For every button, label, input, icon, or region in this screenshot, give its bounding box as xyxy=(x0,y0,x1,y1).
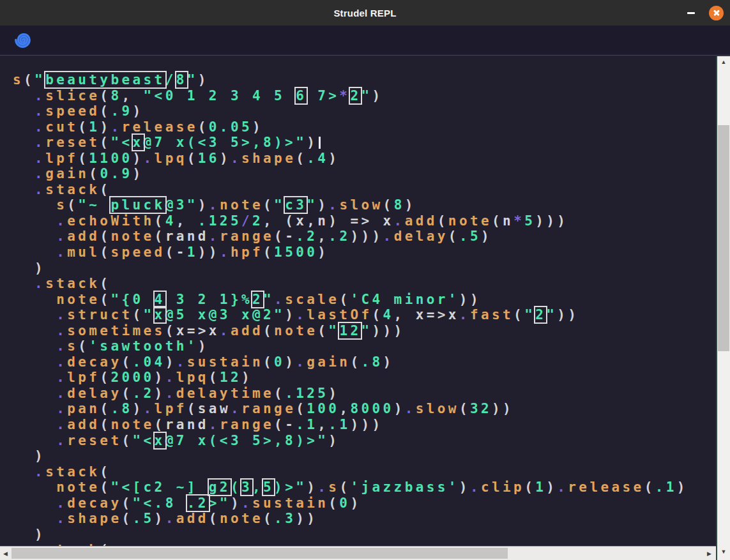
code-line[interactable]: ) xyxy=(13,448,716,464)
code-token: ( xyxy=(296,401,307,416)
code-line[interactable]: s("~ pluck@3").note("c3").slow(8) xyxy=(13,197,716,213)
code-token: s xyxy=(328,480,339,495)
strudel-logo-icon[interactable] xyxy=(13,31,32,49)
code-line[interactable]: .lpf(2000).lpq(12) xyxy=(13,370,716,386)
code-line[interactable]: .shape(.5).add(note(.3)) xyxy=(13,511,716,527)
vertical-scrollbar-thumb[interactable] xyxy=(718,125,729,351)
code-token: . xyxy=(231,151,241,166)
code-token: ) xyxy=(133,103,144,119)
code-token: ) xyxy=(328,151,339,166)
code-line[interactable]: .add(note(rand.range(-.2,.2))).delay(.5) xyxy=(13,229,716,245)
code-token: cut xyxy=(45,119,78,135)
code-token xyxy=(13,354,56,370)
code-token: .2 xyxy=(133,386,155,401)
code-line[interactable]: .add(note(rand.range(-.1,.1))) xyxy=(13,417,716,433)
close-icon xyxy=(709,6,724,20)
code-line[interactable]: ) xyxy=(13,261,716,276)
code-line[interactable]: .lpf(1100).lpq(16).shape(.4) xyxy=(13,151,716,167)
code-line[interactable]: .echoWith(4, .125/2, (x,n) => x.add(note… xyxy=(13,213,716,229)
close-button[interactable] xyxy=(709,6,724,20)
code-token: ( xyxy=(89,166,100,181)
code-token: ))) xyxy=(350,417,383,432)
code-line[interactable]: .slice(8, "<0 1 2 3 4 5 6 7>*2") xyxy=(13,88,716,104)
code-token: ( xyxy=(100,182,110,197)
code-line[interactable]: .mul(speed(-1)).hpf(1500) xyxy=(13,245,716,261)
code-token: " xyxy=(263,292,274,307)
code-token xyxy=(13,480,56,495)
active-event-highlight: x xyxy=(155,433,165,448)
code-token xyxy=(13,103,34,119)
code-token: ) xyxy=(198,197,209,213)
scroll-right-arrow-icon[interactable]: ▶ xyxy=(707,547,711,560)
title-bar[interactable]: Strudel REPL xyxy=(0,0,730,26)
code-line[interactable]: .stack( xyxy=(13,464,716,480)
code-line[interactable]: .sometimes(x=>x.add(note("12"))) xyxy=(13,323,716,339)
code-token: ( xyxy=(350,354,361,370)
code-token: add xyxy=(405,213,437,229)
code-token: . xyxy=(317,480,328,495)
code-line[interactable]: .reset("<x@7 x(<3 5>,8)>") xyxy=(13,433,716,449)
scroll-down-arrow-icon[interactable]: ▼ xyxy=(717,549,730,555)
code-token xyxy=(13,307,56,322)
code-token: . xyxy=(56,245,67,260)
code-token: ( xyxy=(339,480,350,495)
code-line[interactable]: .decay("<.8 .2>").sustain(0) xyxy=(13,496,716,511)
code-token: ( xyxy=(100,88,110,103)
code-line[interactable]: .reset("<x@7 x(<3 5>,8)>") xyxy=(13,135,716,151)
code-editor[interactable]: s("beautybeast/8") .slice(8, "<0 1 2 3 4… xyxy=(0,56,716,546)
code-token: 4 xyxy=(165,213,176,229)
code-line[interactable]: note("{0 4 3 2 1}%2".scale('C4 minor')) xyxy=(13,292,716,308)
code-line[interactable]: note("<[c2 ~] g2(3,5)>").s('jazzbass').c… xyxy=(13,480,716,496)
code-line[interactable]: .struct("x@5 x@3 x@2").lastOf(4, x=>x.fa… xyxy=(13,307,716,323)
code-token: .1 xyxy=(655,480,677,495)
code-line[interactable]: .s('sawtooth') xyxy=(13,338,716,354)
code-token xyxy=(13,151,34,166)
code-token: ( xyxy=(100,401,110,416)
code-token: " xyxy=(524,307,535,322)
scroll-up-arrow-icon[interactable]: ▲ xyxy=(717,59,730,65)
minimize-button[interactable] xyxy=(683,4,699,21)
code-line[interactable]: s("beautybeast/8") xyxy=(13,72,716,88)
horizontal-scrollbar[interactable]: ◀ ▶ xyxy=(0,546,716,560)
code-token: ( xyxy=(100,292,110,307)
code-line[interactable]: .stack( xyxy=(13,276,716,292)
code-token: .5 xyxy=(459,229,481,244)
vertical-scrollbar[interactable]: ▲ ▼ xyxy=(716,56,730,560)
code-token: 12 xyxy=(220,370,241,385)
code-token: " xyxy=(274,197,285,213)
code-token: speed xyxy=(45,103,100,119)
code-token: ))) xyxy=(535,213,568,229)
code-token: ( xyxy=(24,72,34,87)
code-line[interactable]: .pan(.8).lpf(saw.range(100,8000).slow(32… xyxy=(13,401,716,417)
code-token: stack xyxy=(45,182,100,197)
horizontal-scrollbar-thumb[interactable] xyxy=(11,548,508,559)
code-token: , xyxy=(307,213,317,229)
code-token: stack xyxy=(45,464,100,480)
code-token: .125 xyxy=(198,213,241,229)
code-line[interactable]: .stack( xyxy=(13,182,716,198)
code-token: " xyxy=(144,307,155,322)
code-line[interactable]: .cut(1).release(0.05) xyxy=(13,119,716,135)
code-line[interactable]: ) xyxy=(13,527,716,543)
code-line[interactable]: .gain(0.9) xyxy=(13,166,716,182)
code-token: . xyxy=(209,197,220,213)
code-token: * xyxy=(513,213,524,229)
code-token xyxy=(13,448,34,464)
code-token: . xyxy=(34,276,45,291)
code-token: note xyxy=(56,480,100,495)
code-token: ) xyxy=(198,338,209,354)
code-token: scale xyxy=(285,292,339,307)
code-line[interactable]: .speed(.9) xyxy=(13,103,716,119)
code-token: note xyxy=(220,511,263,526)
code-token: note xyxy=(220,197,263,213)
scroll-left-arrow-icon[interactable]: ◀ xyxy=(3,547,8,560)
code-token: ( xyxy=(644,480,655,495)
code-token: pan xyxy=(67,401,100,416)
code-token: range xyxy=(220,229,274,244)
code-line[interactable]: .decay(.04).sustain(0).gain(.8) xyxy=(13,354,716,370)
code-token: @3" xyxy=(165,197,198,213)
code-line[interactable]: .delay(.2).delaytime(.125) xyxy=(13,386,716,402)
code-token: ( xyxy=(100,245,110,260)
code-token: ) xyxy=(155,370,165,385)
spiral-path xyxy=(16,34,29,47)
